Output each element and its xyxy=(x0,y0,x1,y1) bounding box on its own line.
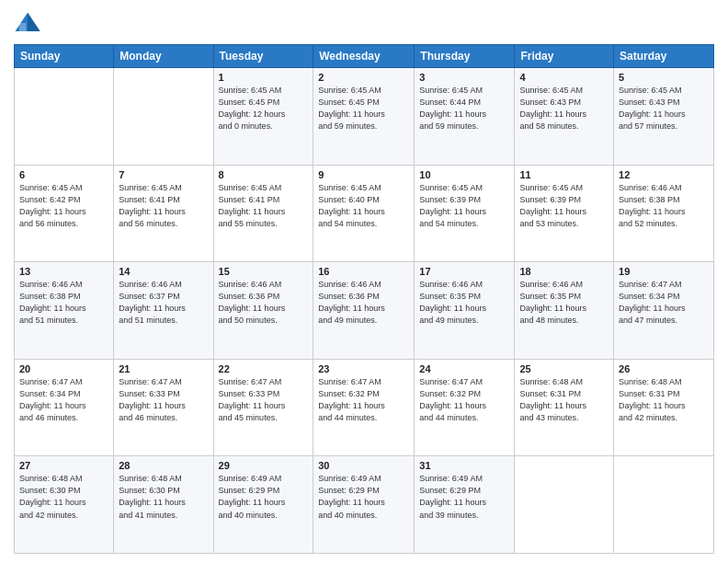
day-detail: Sunrise: 6:48 AMSunset: 6:30 PMDaylight:… xyxy=(119,473,208,521)
day-number: 24 xyxy=(419,363,509,374)
day-detail: Sunrise: 6:47 AMSunset: 6:32 PMDaylight:… xyxy=(419,376,509,424)
day-detail: Sunrise: 6:47 AMSunset: 6:33 PMDaylight:… xyxy=(119,376,208,424)
day-detail: Sunrise: 6:48 AMSunset: 6:31 PMDaylight:… xyxy=(619,376,709,424)
day-number: 2 xyxy=(318,72,409,83)
calendar-week-5: 27Sunrise: 6:48 AMSunset: 6:30 PMDayligh… xyxy=(15,456,714,554)
weekday-header-saturday: Saturday xyxy=(614,45,714,68)
calendar-cell: 20Sunrise: 6:47 AMSunset: 6:34 PMDayligh… xyxy=(15,359,114,456)
weekday-header-thursday: Thursday xyxy=(415,45,515,68)
calendar-cell: 18Sunrise: 6:46 AMSunset: 6:35 PMDayligh… xyxy=(515,262,614,360)
day-detail: Sunrise: 6:48 AMSunset: 6:30 PMDaylight:… xyxy=(19,473,108,521)
day-detail: Sunrise: 6:45 AMSunset: 6:45 PMDaylight:… xyxy=(318,85,409,132)
calendar-cell: 22Sunrise: 6:47 AMSunset: 6:33 PMDayligh… xyxy=(213,359,313,456)
calendar-cell: 7Sunrise: 6:45 AMSunset: 6:41 PMDaylight… xyxy=(114,165,213,262)
calendar-cell: 15Sunrise: 6:46 AMSunset: 6:36 PMDayligh… xyxy=(213,262,313,360)
calendar-cell: 31Sunrise: 6:49 AMSunset: 6:29 PMDayligh… xyxy=(415,456,515,554)
day-number: 15 xyxy=(219,266,309,277)
day-number: 28 xyxy=(119,460,208,471)
day-number: 14 xyxy=(119,266,208,277)
day-detail: Sunrise: 6:45 AMSunset: 6:44 PMDaylight:… xyxy=(419,85,509,132)
day-number: 19 xyxy=(619,266,709,277)
calendar-cell: 17Sunrise: 6:46 AMSunset: 6:35 PMDayligh… xyxy=(415,262,515,360)
calendar-cell: 2Sunrise: 6:45 AMSunset: 6:45 PMDaylight… xyxy=(313,68,415,166)
day-detail: Sunrise: 6:45 AMSunset: 6:43 PMDaylight:… xyxy=(519,85,609,132)
calendar-cell: 19Sunrise: 6:47 AMSunset: 6:34 PMDayligh… xyxy=(614,262,714,360)
weekday-header-sunday: Sunday xyxy=(15,45,114,68)
calendar-cell: 16Sunrise: 6:46 AMSunset: 6:36 PMDayligh… xyxy=(313,262,415,360)
day-detail: Sunrise: 6:46 AMSunset: 6:35 PMDaylight:… xyxy=(419,279,509,327)
page: SundayMondayTuesdayWednesdayThursdayFrid… xyxy=(0,0,728,563)
weekday-header-wednesday: Wednesday xyxy=(313,45,415,68)
day-number: 13 xyxy=(19,266,108,277)
day-number: 21 xyxy=(119,363,208,374)
day-detail: Sunrise: 6:47 AMSunset: 6:32 PMDaylight:… xyxy=(318,376,409,424)
calendar-cell: 21Sunrise: 6:47 AMSunset: 6:33 PMDayligh… xyxy=(114,359,213,456)
calendar-table: SundayMondayTuesdayWednesdayThursdayFrid… xyxy=(14,44,714,554)
calendar-week-4: 20Sunrise: 6:47 AMSunset: 6:34 PMDayligh… xyxy=(15,359,714,456)
calendar-cell: 6Sunrise: 6:45 AMSunset: 6:42 PMDaylight… xyxy=(15,165,114,262)
day-number: 7 xyxy=(119,169,208,180)
day-number: 20 xyxy=(19,363,108,374)
day-number: 6 xyxy=(19,169,108,180)
day-detail: Sunrise: 6:45 AMSunset: 6:45 PMDaylight:… xyxy=(219,85,309,132)
weekday-header-friday: Friday xyxy=(515,45,614,68)
day-detail: Sunrise: 6:49 AMSunset: 6:29 PMDaylight:… xyxy=(419,473,509,521)
day-number: 8 xyxy=(219,169,309,180)
day-number: 26 xyxy=(619,363,709,374)
calendar-cell: 28Sunrise: 6:48 AMSunset: 6:30 PMDayligh… xyxy=(114,456,213,554)
calendar-cell: 29Sunrise: 6:49 AMSunset: 6:29 PMDayligh… xyxy=(213,456,313,554)
day-detail: Sunrise: 6:46 AMSunset: 6:36 PMDaylight:… xyxy=(219,279,309,327)
calendar-cell xyxy=(15,68,114,166)
day-detail: Sunrise: 6:47 AMSunset: 6:34 PMDaylight:… xyxy=(619,279,709,327)
calendar-cell xyxy=(114,68,213,166)
calendar-header: SundayMondayTuesdayWednesdayThursdayFrid… xyxy=(15,45,714,68)
day-detail: Sunrise: 6:45 AMSunset: 6:41 PMDaylight:… xyxy=(119,182,208,230)
day-detail: Sunrise: 6:49 AMSunset: 6:29 PMDaylight:… xyxy=(219,473,309,521)
day-number: 29 xyxy=(219,460,309,471)
day-number: 10 xyxy=(419,169,509,180)
calendar-cell: 3Sunrise: 6:45 AMSunset: 6:44 PMDaylight… xyxy=(415,68,515,166)
day-detail: Sunrise: 6:46 AMSunset: 6:35 PMDaylight:… xyxy=(519,279,609,327)
calendar-week-2: 6Sunrise: 6:45 AMSunset: 6:42 PMDaylight… xyxy=(15,165,714,262)
calendar-cell: 12Sunrise: 6:46 AMSunset: 6:38 PMDayligh… xyxy=(614,165,714,262)
calendar-cell: 4Sunrise: 6:45 AMSunset: 6:43 PMDaylight… xyxy=(515,68,614,166)
calendar-cell: 11Sunrise: 6:45 AMSunset: 6:39 PMDayligh… xyxy=(515,165,614,262)
logo xyxy=(14,9,45,37)
calendar-cell: 26Sunrise: 6:48 AMSunset: 6:31 PMDayligh… xyxy=(614,359,714,456)
calendar-cell: 5Sunrise: 6:45 AMSunset: 6:43 PMDaylight… xyxy=(614,68,714,166)
day-detail: Sunrise: 6:46 AMSunset: 6:36 PMDaylight:… xyxy=(318,279,409,327)
day-number: 4 xyxy=(519,72,609,83)
svg-marker-1 xyxy=(28,13,40,31)
header xyxy=(14,9,714,37)
calendar-cell: 8Sunrise: 6:45 AMSunset: 6:41 PMDaylight… xyxy=(213,165,313,262)
day-number: 3 xyxy=(419,72,509,83)
calendar-cell: 13Sunrise: 6:46 AMSunset: 6:38 PMDayligh… xyxy=(15,262,114,360)
calendar-cell: 14Sunrise: 6:46 AMSunset: 6:37 PMDayligh… xyxy=(114,262,213,360)
calendar-cell: 27Sunrise: 6:48 AMSunset: 6:30 PMDayligh… xyxy=(15,456,114,554)
day-number: 9 xyxy=(318,169,409,180)
svg-rect-2 xyxy=(19,23,27,31)
day-number: 31 xyxy=(419,460,509,471)
day-detail: Sunrise: 6:47 AMSunset: 6:34 PMDaylight:… xyxy=(19,376,108,424)
weekday-header-row: SundayMondayTuesdayWednesdayThursdayFrid… xyxy=(15,45,714,68)
calendar-cell: 10Sunrise: 6:45 AMSunset: 6:39 PMDayligh… xyxy=(415,165,515,262)
calendar-body: 1Sunrise: 6:45 AMSunset: 6:45 PMDaylight… xyxy=(15,68,714,554)
day-detail: Sunrise: 6:45 AMSunset: 6:42 PMDaylight:… xyxy=(19,182,108,230)
day-number: 11 xyxy=(519,169,609,180)
day-number: 25 xyxy=(519,363,609,374)
weekday-header-tuesday: Tuesday xyxy=(213,45,313,68)
logo-icon xyxy=(14,9,41,37)
day-detail: Sunrise: 6:46 AMSunset: 6:38 PMDaylight:… xyxy=(619,182,709,230)
day-number: 22 xyxy=(219,363,309,374)
calendar-cell: 24Sunrise: 6:47 AMSunset: 6:32 PMDayligh… xyxy=(415,359,515,456)
day-number: 12 xyxy=(619,169,709,180)
calendar-cell: 30Sunrise: 6:49 AMSunset: 6:29 PMDayligh… xyxy=(313,456,415,554)
calendar-week-3: 13Sunrise: 6:46 AMSunset: 6:38 PMDayligh… xyxy=(15,262,714,360)
calendar-cell xyxy=(614,456,714,554)
day-number: 23 xyxy=(318,363,409,374)
day-detail: Sunrise: 6:46 AMSunset: 6:37 PMDaylight:… xyxy=(119,279,208,327)
day-detail: Sunrise: 6:45 AMSunset: 6:41 PMDaylight:… xyxy=(219,182,309,230)
day-detail: Sunrise: 6:48 AMSunset: 6:31 PMDaylight:… xyxy=(519,376,609,424)
day-number: 18 xyxy=(519,266,609,277)
day-detail: Sunrise: 6:46 AMSunset: 6:38 PMDaylight:… xyxy=(19,279,108,327)
